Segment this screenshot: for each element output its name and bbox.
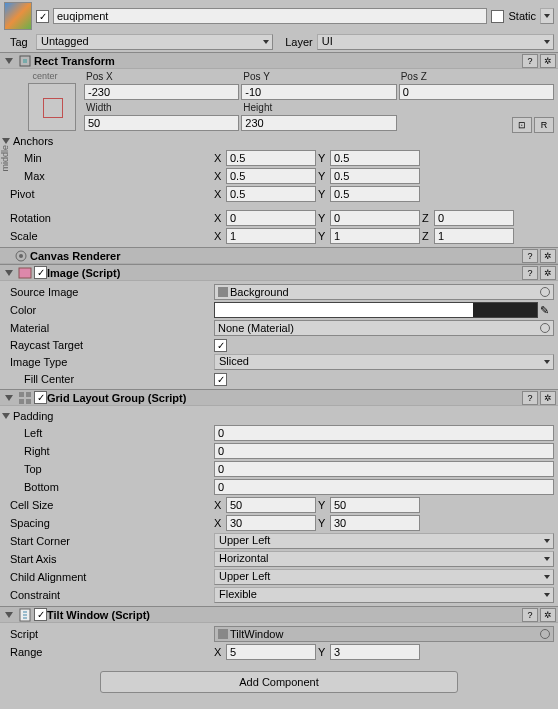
svg-rect-1 (23, 59, 27, 63)
gear-button[interactable]: ✲ (540, 54, 556, 68)
grid-icon (18, 391, 32, 405)
padding-top-input[interactable] (214, 461, 554, 477)
rot-x-input[interactable] (226, 210, 316, 226)
blueprint-button[interactable]: ⊡ (512, 117, 532, 133)
rot-z-input[interactable] (434, 210, 514, 226)
rect-transform-icon (18, 54, 32, 68)
constraint-dropdown[interactable]: Flexible (214, 587, 554, 603)
help-button[interactable]: ? (522, 608, 538, 622)
foldout-icon[interactable] (5, 612, 13, 618)
gameobject-icon (4, 2, 32, 30)
anchor-max-x-input[interactable] (226, 168, 316, 184)
childalign-dropdown[interactable]: Upper Left (214, 569, 554, 585)
help-button[interactable]: ? (522, 249, 538, 263)
component-title: Tilt Window (Script) (47, 609, 520, 621)
anchor-preset-button[interactable] (28, 83, 76, 131)
startaxis-label: Start Axis (4, 553, 214, 565)
gear-button[interactable]: ✲ (540, 266, 556, 280)
static-dropdown[interactable] (540, 8, 554, 24)
spacing-x-input[interactable] (226, 515, 316, 531)
scale-y-input[interactable] (330, 228, 420, 244)
foldout-icon[interactable] (5, 395, 13, 401)
pivot-y-input[interactable] (330, 186, 420, 202)
anchor-vertical-label: middle (0, 145, 10, 172)
imagetype-label: Image Type (4, 356, 214, 368)
script-label: Script (4, 628, 214, 640)
posy-input[interactable] (241, 84, 396, 100)
eyedropper-icon[interactable]: ✎ (540, 304, 554, 317)
static-label: Static (508, 10, 536, 22)
rot-y-input[interactable] (330, 210, 420, 226)
raycast-checkbox[interactable] (214, 339, 227, 352)
object-picker-icon[interactable] (540, 629, 550, 639)
padding-bottom-input[interactable] (214, 479, 554, 495)
component-title: Canvas Renderer (30, 250, 520, 262)
scale-x-input[interactable] (226, 228, 316, 244)
raycast-label: Raycast Target (4, 339, 214, 351)
layer-dropdown[interactable]: UI (317, 34, 554, 50)
gear-button[interactable]: ✲ (540, 249, 556, 263)
constraint-label: Constraint (4, 589, 214, 601)
anchor-max-y-input[interactable] (330, 168, 420, 184)
help-button[interactable]: ? (522, 266, 538, 280)
posx-input[interactable] (84, 84, 239, 100)
help-button[interactable]: ? (522, 54, 538, 68)
padding-foldout[interactable] (2, 413, 10, 419)
startcorner-dropdown[interactable]: Upper Left (214, 533, 554, 549)
material-field[interactable]: None (Material) (214, 320, 554, 336)
height-label: Height (241, 102, 396, 113)
range-x-input[interactable] (226, 644, 316, 660)
canvas-renderer-icon (14, 249, 28, 263)
anchor-horizontal-label: center (14, 71, 76, 81)
anchors-foldout[interactable] (2, 138, 10, 144)
range-y-input[interactable] (330, 644, 420, 660)
right-label: Right (4, 445, 214, 457)
cell-y-input[interactable] (330, 497, 420, 513)
scale-z-input[interactable] (434, 228, 514, 244)
source-image-label: Source Image (4, 286, 214, 298)
component-enabled-checkbox[interactable] (34, 608, 47, 621)
posx-label: Pos X (84, 71, 239, 82)
object-picker-icon[interactable] (540, 287, 550, 297)
raw-button[interactable]: R (534, 117, 554, 133)
fillcenter-label: Fill Center (4, 373, 214, 385)
component-enabled-checkbox[interactable] (34, 266, 47, 279)
pivot-x-input[interactable] (226, 186, 316, 202)
imagetype-dropdown[interactable]: Sliced (214, 354, 554, 370)
startaxis-dropdown[interactable]: Horizontal (214, 551, 554, 567)
component-enabled-checkbox[interactable] (34, 391, 47, 404)
help-button[interactable]: ? (522, 391, 538, 405)
static-checkbox[interactable] (491, 10, 504, 23)
source-image-field[interactable]: Background (214, 284, 554, 300)
fillcenter-checkbox[interactable] (214, 373, 227, 386)
svg-rect-8 (26, 399, 31, 404)
width-input[interactable] (84, 115, 239, 131)
anchor-min-y-input[interactable] (330, 150, 420, 166)
script-field: TiltWindow (214, 626, 554, 642)
min-label: Min (4, 152, 214, 164)
height-input[interactable] (241, 115, 396, 131)
left-label: Left (4, 427, 214, 439)
foldout-icon[interactable] (5, 270, 13, 276)
posz-label: Pos Z (399, 71, 554, 82)
spacing-y-input[interactable] (330, 515, 420, 531)
padding-label: Padding (13, 410, 53, 422)
gameobject-name-input[interactable] (53, 8, 487, 24)
gear-button[interactable]: ✲ (540, 391, 556, 405)
add-component-button[interactable]: Add Component (100, 671, 458, 693)
padding-left-input[interactable] (214, 425, 554, 441)
cellsize-label: Cell Size (4, 499, 214, 511)
active-checkbox[interactable] (36, 10, 49, 23)
color-field[interactable] (214, 302, 538, 318)
gear-button[interactable]: ✲ (540, 608, 556, 622)
anchor-min-x-input[interactable] (226, 150, 316, 166)
sprite-icon (218, 287, 228, 297)
component-title: Rect Transform (34, 55, 520, 67)
foldout-icon[interactable] (5, 58, 13, 64)
object-picker-icon[interactable] (540, 323, 550, 333)
svg-rect-6 (26, 392, 31, 397)
cell-x-input[interactable] (226, 497, 316, 513)
padding-right-input[interactable] (214, 443, 554, 459)
posz-input[interactable] (399, 84, 554, 100)
tag-dropdown[interactable]: Untagged (36, 34, 273, 50)
